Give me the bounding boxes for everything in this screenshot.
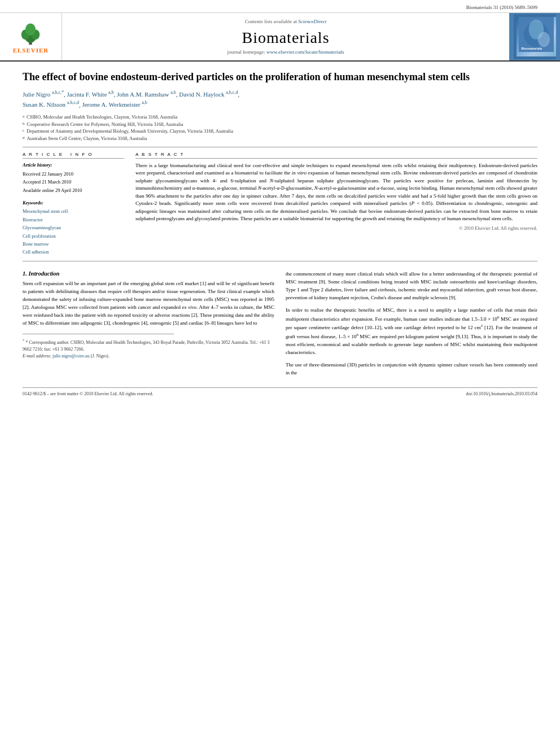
author-4: David N. Haylock a,b,c,d (179, 91, 238, 98)
affil-d: d Australian Stem Cell Centre, Clayton, … (23, 135, 537, 142)
article-info-col: A R T I C L E I N F O Article history: R… (23, 152, 124, 256)
bottom-left-text: 0142-9612/$ – see front matter © 2010 El… (23, 391, 154, 396)
keyword-2[interactable]: Bioreactor (23, 216, 124, 224)
keywords-list: Mesenchymal stem cell Bioreactor Glycosa… (23, 207, 124, 256)
intro-para-3: In order to realise the therapeutic bene… (286, 307, 537, 357)
homepage-link[interactable]: www.elsevier.com/locate/biomaterials (266, 49, 344, 55)
elsevier-tree-icon (14, 20, 47, 46)
history-label: Article history: (23, 162, 124, 168)
biomaterials-cover-image: Biomaterials (519, 15, 554, 54)
biomaterials-badge-area: Biomaterials (509, 13, 560, 60)
keyword-3[interactable]: Glycosaminoglycan (23, 224, 124, 231)
keywords-label: Keywords: (23, 200, 124, 206)
page-wrapper: Biomaterials 31 (2010) 5689–5699 ELSEVIE… (0, 0, 560, 747)
doi-text: doi:10.1016/j.biomaterials.2010.03.054 (466, 391, 537, 396)
biomaterials-badge: Biomaterials (514, 14, 556, 59)
elsevier-logo-area: ELSEVIER (0, 13, 62, 60)
section-heading-1: 1. Introduction (23, 270, 274, 277)
footnote-email: E-mail address: julie.nigro@csiro.au (J.… (23, 353, 274, 360)
journal-title-banner: Biomaterials (242, 29, 329, 47)
introduction-section: 1. Introduction Stem cell expansion will… (23, 270, 537, 382)
biomaterials-badge-image: Biomaterials (517, 17, 556, 56)
author-3: John A.M. Ramshaw a,b (117, 91, 176, 98)
section-divider-1 (23, 147, 537, 147)
affil-a: a CSIRO, Molecular and Health Technologi… (23, 113, 537, 121)
copyright-line: © 2010 Elsevier Ltd. All rights reserved… (135, 225, 537, 231)
banner-center: Contents lists available at ScienceDirec… (62, 13, 509, 60)
keyword-5[interactable]: Bone marrow (23, 240, 124, 248)
elsevier-logo: ELSEVIER (13, 20, 49, 54)
available-date: Available online 29 April 2010 (23, 186, 124, 194)
received-date: Received 22 January 2010 (23, 170, 124, 178)
intro-para-1: Stem cell expansion will be an important… (23, 280, 274, 327)
intro-para-2: the commencement of many more clinical t… (286, 270, 537, 302)
svg-point-4 (25, 23, 36, 36)
affiliations: a CSIRO, Molecular and Health Technologi… (23, 113, 537, 142)
keyword-6[interactable]: Cell adhesion (23, 248, 124, 256)
journal-banner: ELSEVIER Contents lists available at Sci… (0, 13, 560, 62)
elsevier-wordmark: ELSEVIER (13, 47, 49, 54)
bottom-bar: 0142-9612/$ – see front matter © 2010 El… (23, 387, 537, 396)
article-info-abstract: A R T I C L E I N F O Article history: R… (23, 152, 537, 256)
keyword-4[interactable]: Cell proliferation (23, 232, 124, 240)
email-link[interactable]: julie.nigro@csiro.au (53, 353, 90, 359)
sciencedirect-link[interactable]: ScienceDirect (298, 19, 326, 24)
article-dates: Received 22 January 2010 Accepted 21 Mar… (23, 170, 124, 194)
abstract-col: A B S T R A C T There is a large biomanu… (135, 152, 537, 256)
sciencedirect-line: Contents lists available at ScienceDirec… (245, 19, 327, 24)
affil-b: b Cooperative Research Centre for Polyme… (23, 121, 537, 128)
main-content: The effect of bovine endosteum-derived p… (0, 62, 560, 408)
abstract-label: A B S T R A C T (135, 152, 537, 159)
section-divider-2 (23, 261, 537, 261)
svg-text:Biomaterials: Biomaterials (521, 46, 542, 50)
intro-para-4: The use of three-dimensional (3D) partic… (286, 361, 537, 377)
body-content: 1. Introduction Stem cell expansion will… (23, 270, 537, 396)
abstract-text: There is a large biomanufacturing and cl… (135, 162, 537, 223)
affil-c: c Department of Anatomy and Developmenta… (23, 128, 537, 135)
intro-col-right: the commencement of many more clinical t… (286, 270, 537, 382)
article-info-label: A R T I C L E I N F O (23, 152, 124, 159)
svg-point-8 (537, 32, 549, 47)
article-title: The effect of bovine endosteum-derived p… (23, 71, 537, 84)
keyword-1[interactable]: Mesenchymal stem cell (23, 207, 124, 215)
footnote-star: * * Corresponding author. CSIRO, Molecul… (23, 338, 274, 353)
journal-homepage: journal homepage: www.elsevier.com/locat… (228, 49, 344, 55)
author-1: Julie Nigro a,b,c,* (23, 91, 64, 98)
authors-line: Julie Nigro a,b,c,*, Jacinta F. White a,… (23, 89, 537, 110)
accepted-date: Accepted 21 March 2010 (23, 178, 124, 186)
intro-col-left: 1. Introduction Stem cell expansion will… (23, 270, 274, 382)
journal-header: Biomaterials 31 (2010) 5689–5699 (0, 0, 560, 13)
author-6: Jerome A. Werkmeister a,b (82, 101, 147, 108)
author-5: Susan K. Nilsson a,b,c,d (23, 101, 79, 108)
footnote-divider (23, 334, 174, 334)
journal-ref: Biomaterials 31 (2010) 5689–5699 (466, 5, 537, 10)
author-2: Jacinta F. White a,b (67, 91, 114, 98)
keywords-section: Keywords: Mesenchymal stem cell Bioreact… (23, 200, 124, 256)
